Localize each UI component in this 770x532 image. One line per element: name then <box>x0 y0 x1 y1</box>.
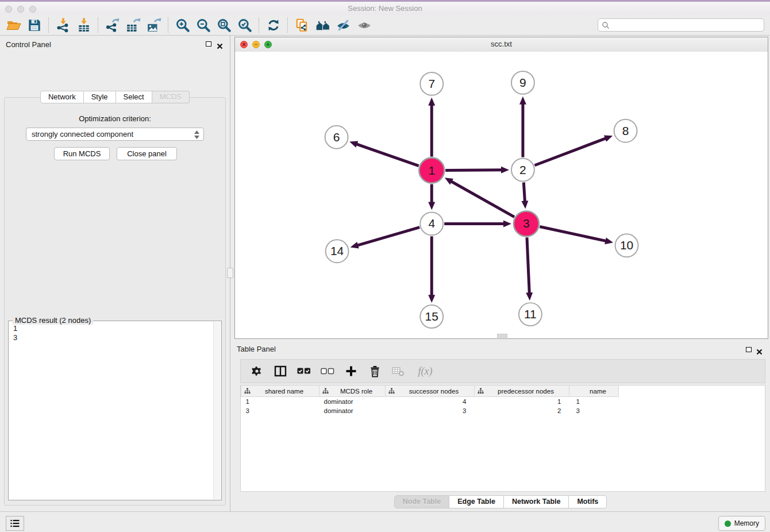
graph-edge-arrowhead <box>604 136 613 142</box>
column-header-successor-nodes[interactable]: successor nodes <box>386 385 475 397</box>
panel-splitter-grip[interactable] <box>227 268 233 278</box>
graph-node-2[interactable]: 2 <box>511 159 534 182</box>
tab-edge-table[interactable]: Edge Table <box>449 495 504 508</box>
column-header-mcds-role[interactable]: MCDS role <box>319 385 386 397</box>
table-row[interactable]: 1dominator411 <box>241 397 623 407</box>
graph-node-4[interactable]: 4 <box>420 212 443 235</box>
graph-node-label: 1 <box>428 164 435 177</box>
gear-icon <box>251 365 263 377</box>
graph-node-10[interactable]: 10 <box>615 234 638 257</box>
import-table-icon <box>76 18 91 33</box>
delete-table-button[interactable] <box>391 364 405 378</box>
column-header-shared-name[interactable]: shared name <box>241 385 319 397</box>
memory-status-icon <box>725 521 731 527</box>
memory-label: Memory <box>734 519 759 527</box>
table-settings-button[interactable] <box>250 364 264 378</box>
function-builder-button[interactable]: f(x) <box>415 364 436 378</box>
plus-icon <box>345 365 357 377</box>
home-neighbors-button[interactable] <box>313 16 333 34</box>
table-row[interactable]: 3dominator323 <box>241 406 623 415</box>
graph-node-1[interactable]: 1 <box>419 158 444 183</box>
column-type-icon <box>322 388 329 394</box>
folder-open-icon <box>6 18 21 33</box>
show-all-button[interactable] <box>354 16 375 34</box>
graph-edge-arrowhead <box>605 237 613 244</box>
delete-column-button[interactable] <box>368 364 382 378</box>
graph-node-label: 14 <box>330 244 344 257</box>
graph-node-label: 15 <box>425 310 438 323</box>
graph-edge-2-8[interactable] <box>534 138 606 165</box>
export-image-button[interactable] <box>144 16 164 34</box>
columns-icon <box>274 365 287 377</box>
refresh-button[interactable] <box>263 16 284 34</box>
graph-node-14[interactable]: 14 <box>326 240 349 263</box>
graph-edge-arrowhead <box>428 202 435 210</box>
zoom-out-button[interactable] <box>193 16 214 34</box>
float-panel-icon[interactable] <box>206 41 211 47</box>
zoom-in-button[interactable] <box>172 16 193 34</box>
open-file-button[interactable] <box>3 16 24 34</box>
create-column-button[interactable] <box>344 364 358 378</box>
export-table-icon <box>126 18 141 33</box>
zoom-fit-button[interactable] <box>214 16 234 34</box>
clone-network-button[interactable] <box>292 16 313 34</box>
graph-edge-3-10[interactable] <box>540 226 607 241</box>
memory-button[interactable]: Memory <box>718 516 765 531</box>
zoom-selected-button[interactable] <box>234 16 255 34</box>
mcds-panel: Optimization criterion: strongly connect… <box>4 97 226 506</box>
close-panel-button[interactable]: Close panel <box>117 147 177 160</box>
graph-node-11[interactable]: 11 <box>519 303 542 326</box>
graph-edge-3-1[interactable] <box>450 181 514 217</box>
save-icon <box>27 18 42 33</box>
graph-edge-2-3[interactable] <box>523 182 525 202</box>
toolbar-separator <box>168 17 169 33</box>
node-table[interactable]: shared nameMCDS rolesuccessor nodesprede… <box>240 385 765 492</box>
tab-network-table[interactable]: Network Table <box>504 495 569 508</box>
tab-mcds[interactable]: MCDS <box>152 91 190 103</box>
close-panel-icon[interactable] <box>217 41 223 48</box>
graph-node-8[interactable]: 8 <box>614 119 637 142</box>
network-canvas[interactable]: 7968124314101511 <box>235 52 768 338</box>
graph-node-9[interactable]: 9 <box>511 71 534 94</box>
graph-node-label: 9 <box>519 76 526 89</box>
canvas-grip[interactable] <box>497 334 507 338</box>
search-box[interactable] <box>598 18 764 32</box>
search-input[interactable] <box>610 21 764 30</box>
run-mcds-button[interactable]: Run MCDS <box>54 147 110 160</box>
import-network-button[interactable] <box>53 16 74 34</box>
graph-edge-1-2[interactable] <box>445 170 503 171</box>
export-table-button[interactable] <box>123 16 144 34</box>
toggle-column-view-button[interactable] <box>274 364 287 378</box>
table-close-icon[interactable] <box>756 347 763 353</box>
select-all-rows-button[interactable] <box>297 364 311 378</box>
column-header-name[interactable]: name <box>569 385 619 397</box>
criterion-select[interactable]: strongly connected component <box>26 128 204 141</box>
graph-edge-1-6[interactable] <box>356 144 419 165</box>
export-network-button[interactable] <box>102 16 123 34</box>
tab-select[interactable]: Select <box>116 91 152 103</box>
save-session-button[interactable] <box>24 16 45 34</box>
tab-node-table[interactable]: Node Table <box>394 495 449 508</box>
graph-edge-arrowhead <box>526 292 533 300</box>
graph-node-6[interactable]: 6 <box>325 126 348 149</box>
tab-network[interactable]: Network <box>40 91 84 103</box>
task-history-button[interactable] <box>6 516 24 531</box>
tab-style[interactable]: Style <box>84 91 116 103</box>
graph-edge-arrowhead <box>428 98 435 106</box>
import-table-button[interactable] <box>74 16 94 34</box>
graph-node-3[interactable]: 3 <box>514 211 539 236</box>
result-scrollbar[interactable] <box>213 322 221 499</box>
graph-edge-3-11[interactable] <box>527 237 529 294</box>
graph-edge-4-14[interactable] <box>356 228 419 246</box>
graph-node-15[interactable]: 15 <box>420 305 443 328</box>
graph-node-label: 11 <box>524 307 537 321</box>
task-list-icon <box>10 519 20 528</box>
search-icon <box>602 21 610 29</box>
table-float-icon[interactable] <box>746 347 752 352</box>
column-header-predecessor-nodes[interactable]: predecessor nodes <box>475 385 569 397</box>
hide-selected-button[interactable] <box>333 16 354 34</box>
deselect-all-rows-button[interactable] <box>321 364 334 378</box>
network-window-titlebar[interactable]: × – + scc.txt <box>235 37 768 52</box>
graph-node-7[interactable]: 7 <box>420 72 443 95</box>
tab-motifs[interactable]: Motifs <box>569 495 607 508</box>
